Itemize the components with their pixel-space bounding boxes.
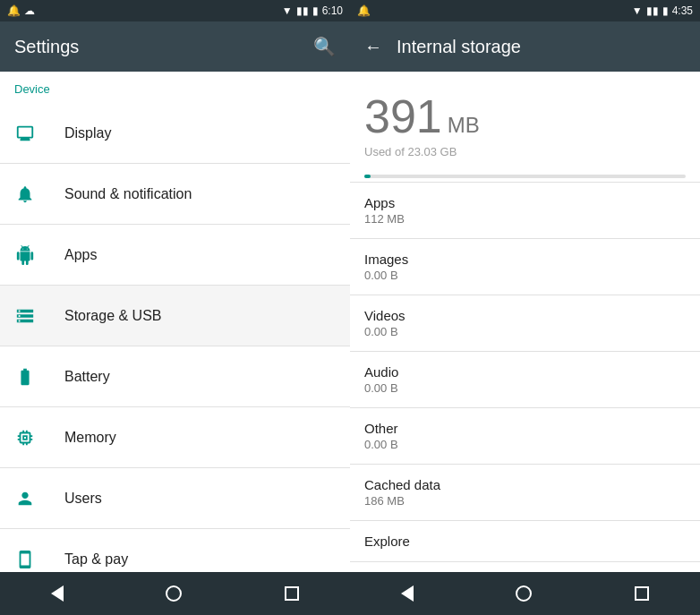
back-navigation-icon[interactable]: ←	[364, 37, 382, 57]
storage-icon	[14, 305, 36, 327]
storage-item-cached-name: Cached data	[364, 477, 686, 492]
left-nav-bar	[0, 572, 350, 615]
right-recent-button[interactable]	[635, 586, 649, 601]
storage-item-other[interactable]: Other 0.00 B	[350, 408, 700, 465]
storage-item-explore[interactable]: Explore	[350, 521, 700, 562]
storage-item-apps-name: Apps	[364, 195, 686, 210]
storage-item-explore-name: Explore	[364, 534, 686, 549]
storage-number: 391	[364, 90, 442, 143]
search-icon[interactable]: 🔍	[313, 36, 336, 57]
sidebar-item-memory[interactable]: Memory	[0, 407, 350, 468]
right-battery-icon: ▮	[662, 4, 669, 17]
storage-header: 391 MB Used of 23.03 GB	[350, 72, 700, 166]
internal-storage-title: Internal storage	[397, 37, 521, 57]
storage-item-cached-size: 186 MB	[364, 494, 686, 508]
sidebar-item-display[interactable]: Display	[0, 103, 350, 164]
right-home-button[interactable]	[516, 585, 532, 602]
memory-label: Memory	[64, 430, 116, 446]
storage-label: Storage & USB	[64, 308, 162, 324]
sidebar-item-users[interactable]: Users	[0, 468, 350, 529]
sidebar-item-storage[interactable]: Storage & USB	[0, 286, 350, 346]
users-icon	[14, 488, 36, 509]
back-button[interactable]	[51, 585, 64, 602]
battery-label: Battery	[64, 369, 110, 385]
storage-item-apps-size: 112 MB	[364, 212, 686, 226]
storage-subtitle: Used of 23.03 GB	[364, 145, 686, 158]
storage-bar-fill	[364, 175, 371, 178]
device-section-label: Device	[0, 72, 350, 103]
left-status-bar: 🔔 ☁ ▼ ▮▮ ▮ 6:10	[0, 0, 350, 21]
right-status-bar: 🔔 ▼ ▮▮ ▮ 4:35	[350, 0, 700, 21]
sound-icon	[14, 184, 36, 205]
storage-content: 391 MB Used of 23.03 GB Apps 112 MB Imag…	[350, 72, 700, 572]
storage-amount-row: 391 MB	[364, 90, 686, 143]
home-button[interactable]	[166, 585, 182, 602]
notification-icon: 🔔	[7, 4, 21, 17]
right-status-right: ▼ ▮▮ ▮ 4:35	[632, 4, 693, 17]
storage-item-videos-size: 0.00 B	[364, 325, 686, 338]
apps-icon	[14, 244, 36, 266]
right-notification-icon: 🔔	[357, 4, 371, 17]
storage-item-other-name: Other	[364, 421, 686, 436]
storage-item-audio[interactable]: Audio 0.00 B	[350, 352, 700, 408]
storage-bar	[364, 175, 686, 178]
storage-unit: MB	[448, 113, 480, 138]
sidebar-item-tap[interactable]: Tap & pay	[0, 529, 350, 572]
right-back-button[interactable]	[401, 585, 414, 602]
right-panel: 🔔 ▼ ▮▮ ▮ 4:35 ← Internal storage 391 MB …	[350, 0, 700, 615]
storage-item-apps[interactable]: Apps 112 MB	[350, 183, 700, 239]
battery-status-icon: ▮	[312, 4, 319, 17]
left-time: 6:10	[322, 4, 343, 17]
right-signal-icon: ▮▮	[646, 4, 659, 17]
sidebar-item-battery[interactable]: Battery	[0, 346, 350, 407]
storage-item-audio-size: 0.00 B	[364, 381, 686, 395]
storage-item-images-size: 0.00 B	[364, 269, 686, 282]
settings-list: Display Sound & notification Apps Storag…	[0, 103, 350, 572]
display-label: Display	[64, 125, 111, 141]
tap-label: Tap & pay	[64, 551, 128, 568]
left-top-bar: Settings 🔍	[0, 21, 350, 72]
signal-icon: ▮▮	[296, 4, 309, 17]
left-panel: 🔔 ☁ ▼ ▮▮ ▮ 6:10 Settings 🔍 Device Displa…	[0, 0, 350, 615]
storage-item-videos[interactable]: Videos 0.00 B	[350, 295, 700, 352]
wifi-icon: ▼	[282, 4, 293, 17]
battery-icon	[14, 366, 36, 388]
storage-item-images-name: Images	[364, 252, 686, 267]
apps-label: Apps	[64, 247, 97, 263]
sidebar-item-sound[interactable]: Sound & notification	[0, 164, 350, 225]
settings-title: Settings	[14, 37, 79, 57]
users-label: Users	[64, 491, 102, 507]
storage-item-videos-name: Videos	[364, 308, 686, 323]
display-icon	[14, 123, 36, 144]
status-bar-right-icons: ▼ ▮▮ ▮ 6:10	[282, 4, 343, 17]
right-status-left: 🔔	[357, 4, 371, 17]
right-top-bar: ← Internal storage	[350, 21, 700, 72]
status-bar-left-icons: 🔔 ☁	[7, 4, 35, 17]
storage-item-images[interactable]: Images 0.00 B	[350, 239, 700, 295]
storage-item-cached[interactable]: Cached data 186 MB	[350, 465, 700, 521]
right-nav-bar	[350, 572, 700, 615]
right-wifi-icon: ▼	[632, 4, 643, 17]
sound-label: Sound & notification	[64, 186, 192, 202]
sidebar-item-apps[interactable]: Apps	[0, 225, 350, 286]
storage-item-other-size: 0.00 B	[364, 438, 686, 451]
cloud-icon: ☁	[24, 4, 35, 17]
recent-button[interactable]	[285, 586, 299, 601]
tap-icon	[14, 549, 36, 570]
right-time: 4:35	[672, 4, 693, 17]
storage-item-audio-name: Audio	[364, 364, 686, 380]
memory-icon	[14, 427, 36, 448]
